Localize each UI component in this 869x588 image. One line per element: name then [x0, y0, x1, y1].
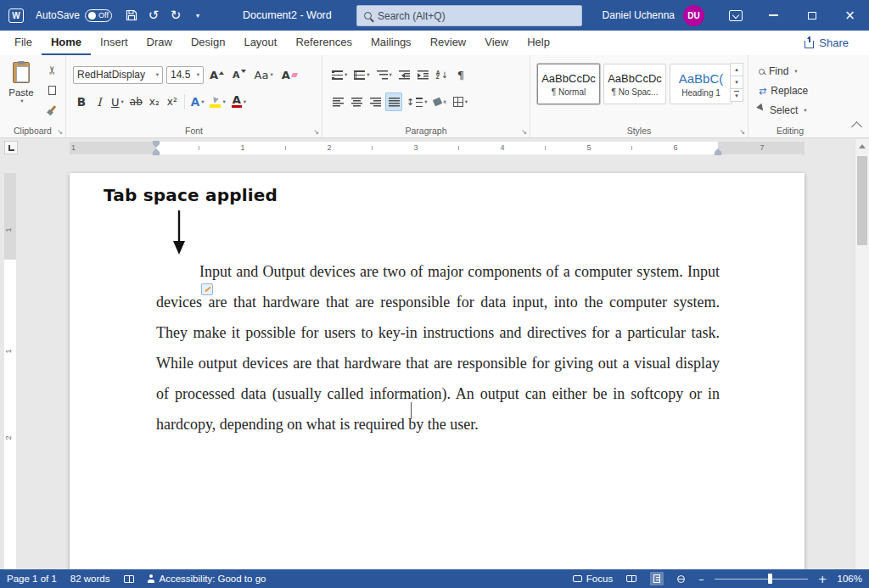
underline-button[interactable]: U▾	[109, 92, 126, 111]
multilevel-list-button[interactable]: ▾	[374, 65, 395, 84]
text-effects-button[interactable]: A▾	[188, 92, 207, 111]
bold-button[interactable]: B	[73, 92, 90, 111]
close-button[interactable]: ×	[831, 0, 869, 31]
gallery-up-button[interactable]: ▴	[730, 63, 743, 76]
font-size-combo[interactable]: 14.5 ▾	[166, 66, 204, 84]
tab-mailings[interactable]: Mailings	[362, 31, 421, 55]
style-no-spacing[interactable]: AaBbCcDc ¶ No Spac...	[603, 64, 666, 104]
subscript-button[interactable]: x₂	[146, 92, 163, 111]
font-name-combo[interactable]: RedHatDisplay ▾	[73, 66, 163, 84]
align-center-button[interactable]	[348, 92, 365, 111]
slider-thumb[interactable]	[768, 574, 772, 584]
gallery-down-button[interactable]: ▾	[730, 76, 743, 89]
sort-button[interactable]: AZ ↓	[434, 65, 451, 84]
autocorrect-options-icon[interactable]	[201, 283, 213, 295]
tab-draw[interactable]: Draw	[137, 31, 182, 55]
zoom-level[interactable]: 106%	[838, 574, 862, 584]
borders-button[interactable]: ▾	[451, 92, 470, 111]
format-painter-button[interactable]	[42, 103, 61, 118]
undo-button[interactable]: ↺	[143, 3, 165, 27]
copy-button[interactable]	[42, 82, 61, 98]
read-mode-button[interactable]	[623, 573, 640, 585]
word-app-icon[interactable]: W	[8, 8, 24, 23]
style-normal[interactable]: AaBbCcDc ¶ Normal	[537, 64, 600, 104]
tab-view[interactable]: View	[475, 31, 518, 55]
font-color-icon: A	[232, 96, 242, 108]
paste-button[interactable]: Paste ▾	[5, 60, 37, 123]
zoom-out-button[interactable]: –	[698, 574, 704, 585]
select-button[interactable]: Select ▾	[759, 104, 807, 116]
font-dialog-launcher[interactable]: ↘	[313, 129, 319, 136]
page[interactable]: Tab space applied Input and Output devic…	[70, 173, 805, 569]
tab-references[interactable]: References	[286, 31, 361, 55]
focus-mode-button[interactable]: Focus	[573, 574, 613, 584]
tab-home[interactable]: Home	[42, 31, 91, 55]
scroll-up-button[interactable]	[855, 139, 869, 153]
tab-design[interactable]: Design	[182, 31, 234, 55]
find-button[interactable]: Find ▾	[759, 65, 798, 77]
tab-selector[interactable]	[4, 141, 18, 154]
avatar[interactable]: DU	[683, 5, 704, 26]
styles-dialog-launcher[interactable]: ↘	[739, 129, 745, 136]
paint-bucket-icon	[433, 97, 443, 106]
clear-formatting-button[interactable]: A	[279, 65, 300, 84]
autosave-toggle[interactable]: AutoSave Off	[36, 9, 112, 22]
decrease-indent-icon	[399, 70, 410, 80]
replace-button[interactable]: ⇄ Replace	[759, 85, 808, 97]
gallery-more-button[interactable]: ▾	[730, 88, 743, 102]
document-area[interactable]: 1 1 2 Tab space applied Input and Output…	[0, 158, 855, 569]
tab-layout[interactable]: Layout	[234, 31, 286, 55]
tab-file[interactable]: File	[5, 31, 42, 55]
decrease-indent-button[interactable]	[396, 65, 413, 84]
change-case-button[interactable]: Aa▾	[252, 65, 276, 84]
accessibility-status[interactable]: Accessibility: Good to go	[148, 574, 266, 584]
vertical-ruler[interactable]: 1 1 2	[4, 173, 16, 569]
increase-indent-button[interactable]	[415, 65, 432, 84]
cut-button[interactable]: ✂	[42, 62, 61, 77]
align-left-button[interactable]	[329, 92, 346, 111]
tab-insert[interactable]: Insert	[91, 31, 137, 55]
horizontal-ruler[interactable]: 1 1 2 3 4 5 6 7	[70, 142, 805, 154]
page-indicator[interactable]: Page 1 of 1	[7, 574, 57, 584]
customize-quick-access-button[interactable]: ▾	[187, 3, 209, 27]
clipboard-dialog-launcher[interactable]: ↘	[57, 129, 63, 136]
line-spacing-button[interactable]: ↕ ▾	[404, 92, 429, 111]
font-color-button[interactable]: A ▾	[229, 92, 249, 111]
justify-button[interactable]	[385, 92, 402, 111]
print-layout-button[interactable]	[650, 572, 664, 585]
document-body-text[interactable]: Input and Output devices are two of majo…	[156, 256, 720, 440]
tab-help[interactable]: Help	[518, 31, 559, 55]
superscript-button[interactable]: x²	[164, 92, 181, 111]
share-button[interactable]: Share	[805, 31, 849, 55]
redo-button[interactable]: ↻	[165, 3, 187, 27]
web-layout-button[interactable]	[674, 573, 688, 585]
italic-button[interactable]: I	[91, 92, 108, 111]
shading-button[interactable]: ▾	[431, 92, 448, 111]
save-button[interactable]	[121, 3, 143, 27]
zoom-in-button[interactable]: +	[818, 574, 827, 585]
align-right-button[interactable]	[367, 92, 384, 111]
paragraph-group-label: Paragraph	[322, 126, 530, 136]
style-heading-1[interactable]: AaBbC( Heading 1	[670, 64, 732, 104]
maximize-button[interactable]	[793, 0, 831, 31]
minimize-button[interactable]	[754, 0, 793, 31]
collapse-ribbon-icon[interactable]	[851, 121, 862, 132]
numbering-button[interactable]: ▾	[351, 65, 372, 84]
highlight-color-button[interactable]: ▾	[207, 92, 227, 111]
search-input[interactable]	[378, 10, 547, 22]
scrollbar-thumb[interactable]	[857, 156, 867, 245]
paragraph-dialog-launcher[interactable]: ↘	[521, 129, 527, 136]
word-count[interactable]: 82 words	[70, 574, 110, 584]
bullets-button[interactable]: ▾	[329, 65, 350, 84]
tab-review[interactable]: Review	[421, 31, 476, 55]
vertical-scrollbar[interactable]	[855, 139, 869, 569]
shrink-font-button[interactable]: A	[230, 65, 249, 84]
zoom-slider[interactable]	[715, 574, 808, 584]
search-box[interactable]	[356, 5, 582, 26]
proofing-status[interactable]	[124, 575, 134, 583]
show-paragraph-marks-button[interactable]: ¶	[452, 65, 469, 84]
account-name[interactable]: Daniel Uchenna	[594, 9, 683, 21]
grow-font-button[interactable]: A	[207, 65, 227, 84]
ribbon-display-options-button[interactable]	[716, 0, 754, 31]
strikethrough-button[interactable]: ab	[127, 92, 145, 111]
